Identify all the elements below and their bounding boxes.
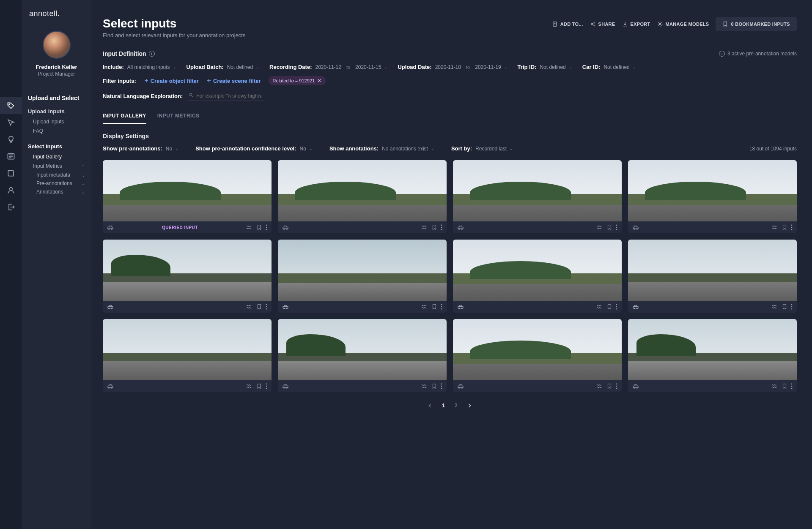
nle-input[interactable] (188, 91, 264, 101)
recording-date-from[interactable]: 2020-11-12 (315, 64, 341, 70)
manage-models-button[interactable]: MANAGE MODELS (657, 21, 709, 27)
gallery-card[interactable] (628, 240, 797, 313)
gallery-card[interactable] (278, 240, 447, 313)
more-icon[interactable] (266, 224, 267, 230)
similar-icon[interactable] (246, 384, 253, 389)
nav-pre-annotations[interactable]: Pre-annotations⌄ (22, 179, 91, 188)
gallery-card[interactable] (453, 319, 622, 392)
card-thumbnail[interactable] (628, 160, 797, 221)
page-prev-icon[interactable] (428, 403, 433, 408)
card-thumbnail[interactable] (453, 319, 622, 380)
bookmark-icon[interactable] (431, 383, 437, 389)
gallery-card[interactable] (278, 319, 447, 392)
card-thumbnail[interactable] (628, 319, 797, 380)
gallery-card[interactable]: QUERIED INPUT (103, 160, 272, 233)
more-icon[interactable] (616, 383, 617, 389)
card-thumbnail[interactable] (453, 160, 622, 221)
more-icon[interactable] (791, 383, 793, 389)
rail-logout-icon[interactable] (0, 199, 22, 215)
more-icon[interactable] (441, 304, 442, 310)
upload-date-to[interactable]: 2020-11-19⌄ (475, 64, 507, 70)
similar-icon[interactable] (246, 225, 253, 230)
similar-icon[interactable] (771, 304, 778, 309)
similar-icon[interactable] (421, 384, 428, 389)
create-object-filter-button[interactable]: Create object filter (144, 78, 199, 84)
bookmarked-inputs-button[interactable]: 0 BOOKMARKED INPUTS (716, 17, 797, 31)
more-icon[interactable] (791, 224, 793, 230)
bookmark-icon[interactable] (606, 304, 612, 310)
rail-cursor-icon[interactable] (0, 114, 22, 131)
avatar[interactable] (43, 31, 71, 59)
bookmark-icon[interactable] (782, 383, 787, 389)
share-button[interactable]: SHARE (590, 21, 615, 27)
trip-id-dropdown[interactable]: Not defined⌄ (540, 64, 572, 70)
export-button[interactable]: EXPORT (622, 21, 650, 27)
tab-input-metrics[interactable]: INPUT METRICS (157, 113, 200, 124)
rail-user-icon[interactable] (0, 182, 22, 199)
create-scene-filter-button[interactable]: Create scene filter (206, 78, 261, 84)
upload-date-from[interactable]: 2020-11-18 (435, 64, 461, 70)
similar-icon[interactable] (596, 384, 603, 389)
bookmark-icon[interactable] (606, 383, 612, 389)
rail-tag-icon[interactable] (0, 97, 22, 114)
page-next-icon[interactable] (467, 403, 472, 408)
car-id-dropdown[interactable]: Not defined⌄ (604, 64, 636, 70)
bookmark-icon[interactable] (256, 304, 262, 310)
similar-icon[interactable] (421, 225, 428, 230)
bookmark-icon[interactable] (782, 224, 787, 230)
nav-input-gallery[interactable]: Input Gallery (22, 152, 91, 161)
more-icon[interactable] (441, 383, 442, 389)
nav-annotations[interactable]: Annotations⌄ (22, 188, 91, 196)
card-thumbnail[interactable] (103, 240, 272, 301)
similar-icon[interactable] (771, 225, 778, 230)
card-thumbnail[interactable] (628, 240, 797, 301)
similar-icon[interactable] (596, 304, 603, 309)
nav-faq[interactable]: FAQ (22, 126, 91, 136)
bookmark-icon[interactable] (606, 224, 612, 230)
nav-upload-inputs[interactable]: Upload inputs (22, 106, 91, 117)
nav-input-metrics[interactable]: Input Metrics⌃ (22, 161, 91, 171)
page-1[interactable]: 1 (442, 402, 445, 409)
bookmark-icon[interactable] (782, 304, 787, 310)
show-conf-dropdown[interactable]: No⌄ (300, 146, 313, 152)
similar-icon[interactable] (421, 304, 428, 309)
sort-by-dropdown[interactable]: Recorded last⌄ (475, 146, 513, 152)
gallery-card[interactable] (628, 319, 797, 392)
similar-icon[interactable] (246, 304, 253, 309)
similar-icon[interactable] (771, 384, 778, 389)
gallery-card[interactable] (453, 160, 622, 233)
chip-remove-icon[interactable]: ✕ (317, 78, 321, 84)
page-2[interactable]: 2 (455, 402, 458, 409)
nav-upload-inputs-sub[interactable]: Upload inputs (22, 117, 91, 126)
gallery-card[interactable] (278, 160, 447, 233)
recording-date-to[interactable]: 2020-11-15⌄ (355, 64, 387, 70)
models-info[interactable]: i 3 active pre-annotation models (719, 51, 797, 57)
more-icon[interactable] (616, 304, 617, 310)
more-icon[interactable] (266, 383, 267, 389)
card-thumbnail[interactable] (278, 160, 447, 221)
info-icon[interactable]: i (149, 51, 155, 57)
rail-bulb-icon[interactable] (0, 131, 22, 148)
gallery-card[interactable] (103, 240, 272, 313)
card-thumbnail[interactable] (103, 160, 272, 221)
show-preann-dropdown[interactable]: No⌄ (166, 146, 178, 152)
card-thumbnail[interactable] (278, 240, 447, 301)
show-ann-dropdown[interactable]: No annotations exist⌄ (382, 146, 434, 152)
similar-icon[interactable] (596, 225, 603, 230)
rail-news-icon[interactable] (0, 148, 22, 165)
tab-input-gallery[interactable]: INPUT GALLERY (103, 113, 146, 124)
card-thumbnail[interactable] (453, 240, 622, 301)
nav-select-inputs[interactable]: Select inputs (22, 141, 91, 152)
more-icon[interactable] (791, 304, 793, 310)
gallery-card[interactable] (453, 240, 622, 313)
gallery-card[interactable] (103, 319, 272, 392)
rail-book-icon[interactable] (0, 165, 22, 182)
more-icon[interactable] (441, 224, 442, 230)
gallery-card[interactable] (628, 160, 797, 233)
bookmark-icon[interactable] (431, 224, 437, 230)
bookmark-icon[interactable] (256, 224, 262, 230)
card-thumbnail[interactable] (103, 319, 272, 380)
upload-batch-dropdown[interactable]: Not defined⌄ (227, 64, 259, 70)
filter-chip[interactable]: Related to = 912921 ✕ (269, 76, 326, 85)
more-icon[interactable] (616, 224, 617, 230)
